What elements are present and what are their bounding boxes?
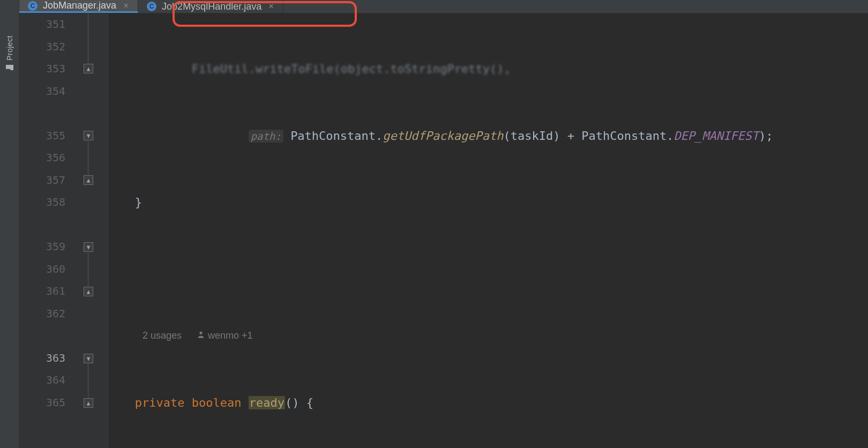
fold-toggle[interactable]: ▲ (84, 287, 93, 296)
line-number (19, 102, 65, 125)
editor-area: C JobManager.java × C Job2MysqlHandler.j… (19, 0, 868, 448)
fold-toggle[interactable]: ▲ (84, 175, 93, 185)
code-line (108, 258, 868, 281)
line-number: 359 (19, 236, 65, 258)
fold-toggle[interactable]: ▼ (84, 354, 93, 363)
svg-point-0 (199, 332, 202, 334)
project-tool-window[interactable]: Project (0, 0, 19, 448)
java-class-icon: C (147, 2, 156, 11)
code-editor[interactable]: 351 352 353 354 355 356 357 358 359 360 … (19, 13, 868, 448)
line-number: 364 (19, 369, 65, 392)
fold-gutter: ▲ ▼ ▲ ▼ ▲ ▼ ▲ (78, 13, 108, 448)
fold-toggle[interactable]: ▲ (84, 64, 93, 73)
line-number: 362 (19, 303, 65, 325)
person-icon (197, 330, 205, 339)
code-line: private boolean ready() { (108, 392, 868, 414)
line-number: 357 (19, 169, 65, 192)
tab-label: Job2MysqlHandler.java (162, 1, 261, 12)
fold-toggle[interactable]: ▼ (84, 131, 93, 140)
line-number (19, 214, 65, 236)
line-number: 360 (19, 258, 65, 281)
sidebar-label-project[interactable]: Project (5, 35, 14, 61)
line-number: 354 (19, 80, 65, 103)
line-number: 353 (19, 58, 65, 80)
line-number: 363 (19, 347, 65, 370)
editor-tabs: C JobManager.java × C Job2MysqlHandler.j… (19, 0, 868, 13)
java-class-icon: C (28, 1, 38, 11)
close-icon[interactable]: × (267, 2, 275, 11)
line-number: 355 (19, 125, 65, 147)
tab-jobmanager[interactable]: C JobManager.java × (19, 0, 138, 13)
line-number: 358 (19, 191, 65, 214)
code-content[interactable]: FileUtil.writeToFile(object.toStringPret… (108, 13, 868, 448)
line-number: 365 (19, 392, 65, 414)
code-line: } (108, 191, 868, 214)
inlay-hint[interactable]: 2 usages wenmo +1 (108, 325, 868, 347)
line-number: 352 (19, 36, 65, 58)
close-icon[interactable]: × (122, 1, 130, 11)
fold-toggle[interactable]: ▲ (84, 398, 93, 408)
fold-toggle[interactable]: ▼ (84, 242, 93, 252)
code-line: FileUtil.writeToFile(object.toStringPret… (108, 58, 868, 80)
tab-job2mysqlhandler[interactable]: C Job2MysqlHandler.java × (138, 0, 283, 13)
code-line: path: PathConstant.getUdfPackagePath(tas… (108, 125, 868, 147)
line-number: 351 (19, 13, 65, 36)
tab-label: JobManager.java (43, 0, 116, 11)
folder-icon (5, 64, 14, 71)
line-number: 361 (19, 280, 65, 303)
line-number: 356 (19, 147, 65, 169)
line-number-gutter: 351 352 353 354 355 356 357 358 359 360 … (19, 13, 78, 448)
line-number (19, 325, 65, 347)
